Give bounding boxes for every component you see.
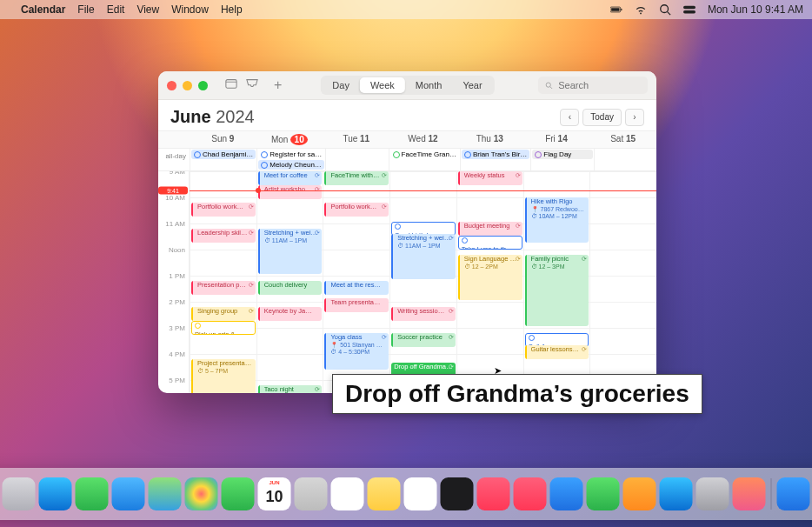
day-header[interactable]: Thu 13 xyxy=(456,131,523,148)
calendar-event[interactable]: Soccer practice⟳ xyxy=(391,333,456,347)
dock-launchpad-icon[interactable] xyxy=(3,477,36,510)
dock-reminders-icon[interactable] xyxy=(331,477,364,510)
prev-week-button[interactable]: ‹ xyxy=(560,109,579,126)
dock-facetime-icon[interactable] xyxy=(222,477,255,510)
allday-cell[interactable]: Chad Benjami… xyxy=(190,149,256,170)
dock-downloads-icon[interactable] xyxy=(777,477,810,510)
day-column[interactable]: Meet for coffee⟳Artist worksho…⟳Stretchi… xyxy=(256,171,323,393)
calendar-event[interactable]: Pick up arts &… xyxy=(191,321,256,335)
battery-icon[interactable] xyxy=(610,3,622,16)
menubar-clock[interactable]: Mon Jun 10 9:41 AM xyxy=(708,3,803,16)
allday-cell[interactable] xyxy=(325,149,388,170)
dock-keynote-icon[interactable] xyxy=(550,477,583,510)
calendar-event[interactable]: Team presenta… xyxy=(324,298,389,312)
calendars-icon[interactable] xyxy=(225,77,237,93)
calendar-event[interactable]: Stretching + weights⏱ 11AM – 1PM⟳ xyxy=(258,229,323,274)
dock-music-icon[interactable] xyxy=(477,477,510,510)
dock-appstore-icon[interactable] xyxy=(660,477,693,510)
calendar-event[interactable]: Meet at the res… xyxy=(324,281,389,295)
day-header[interactable]: Sat 15 xyxy=(589,131,656,148)
day-column[interactable]: Hike with Rigo📍 7867 Redwood…⏱ 10AM – 12… xyxy=(523,171,590,393)
view-month[interactable]: Month xyxy=(405,77,453,93)
allday-event[interactable]: FaceTime Gran… xyxy=(390,150,459,159)
allday-event[interactable]: Melody Cheun… xyxy=(258,160,324,170)
minimize-button[interactable] xyxy=(183,81,192,90)
calendar-event[interactable]: Stretching + weights⏱ 11AM – 1PM⟳ xyxy=(391,234,456,279)
allday-cell[interactable]: Brian Tran's Bir… xyxy=(460,149,530,170)
today-button[interactable]: Today xyxy=(582,109,622,126)
day-column[interactable]: FaceTime with…⟳Portfolio work…⟳Meet at t… xyxy=(323,171,389,393)
allday-cell[interactable] xyxy=(594,149,656,170)
calendar-event[interactable]: Weekly status⟳ xyxy=(458,171,522,185)
calendar-event[interactable]: Family picnic⏱ 12 – 3PM⟳ xyxy=(525,255,589,326)
zoom-button[interactable] xyxy=(198,81,208,90)
calendar-event[interactable]: Singing group⟳ xyxy=(191,307,256,321)
day-column[interactable]: Send birthday…Stretching + weights⏱ 11AM… xyxy=(389,171,456,393)
day-header[interactable]: Wed 12 xyxy=(389,131,456,148)
view-week[interactable]: Week xyxy=(360,77,405,93)
wifi-icon[interactable] xyxy=(635,3,647,16)
calendar-event[interactable]: FaceTime with…⟳ xyxy=(324,171,389,185)
dock-mail-icon[interactable] xyxy=(112,477,145,510)
allday-event[interactable]: Brian Tran's Bir… xyxy=(462,150,529,159)
calendar-event[interactable]: Writing sessio…⟳ xyxy=(391,307,456,321)
dock-maps-icon[interactable] xyxy=(149,477,182,510)
allday-cell[interactable]: Flag Day xyxy=(530,149,593,170)
allday-event[interactable]: Register for sa… xyxy=(258,150,324,159)
menubar-edit[interactable]: Edit xyxy=(107,3,125,16)
spotlight-icon[interactable] xyxy=(659,3,671,16)
dock-pages-icon[interactable] xyxy=(623,477,656,510)
day-column[interactable]: Portfolio work…⟳Leadership skil…⟳Present… xyxy=(190,171,256,393)
dock-messages-icon[interactable] xyxy=(76,477,109,510)
view-day[interactable]: Day xyxy=(322,77,360,93)
view-year[interactable]: Year xyxy=(452,77,492,93)
search-input[interactable] xyxy=(556,79,641,91)
add-event-button[interactable]: + xyxy=(274,77,282,93)
calendar-event[interactable]: Sign Language Club⏱ 12 – 2PM⟳ xyxy=(458,255,522,300)
dock-numbers-icon[interactable] xyxy=(587,477,620,510)
inbox-icon[interactable] xyxy=(246,77,258,93)
menubar-app[interactable]: Calendar xyxy=(21,3,65,16)
calendar-event[interactable]: Take Luna to th… xyxy=(458,236,522,250)
allday-cell[interactable]: Register for sa…Melody Cheun… xyxy=(256,149,325,170)
week-grid[interactable]: 9 AM10 AM11 AMNoon1 PM2 PM3 PM4 PM5 PM6 … xyxy=(158,171,656,393)
next-week-button[interactable]: › xyxy=(625,109,644,126)
calendar-event[interactable]: Project presentations⏱ 5 – 7PM xyxy=(191,359,256,393)
day-header[interactable]: Tue 11 xyxy=(323,131,389,148)
dock-notes-icon[interactable] xyxy=(368,477,401,510)
dock-settings-icon[interactable] xyxy=(696,477,729,510)
menubar-help[interactable]: Help xyxy=(221,3,243,16)
calendar-event[interactable]: Yoga class📍 501 Stanyan St…⏱ 4 – 5:30PM⟳ xyxy=(324,333,389,370)
day-header[interactable]: Fri 14 xyxy=(523,131,590,148)
allday-cell[interactable]: FaceTime Gran… xyxy=(389,149,460,170)
close-button[interactable] xyxy=(167,81,176,90)
dock-contacts-icon[interactable] xyxy=(295,477,328,510)
calendar-event[interactable]: Keynote by Ja… xyxy=(258,307,323,321)
dock-freeform-icon[interactable] xyxy=(404,477,437,510)
menubar-file[interactable]: File xyxy=(77,3,94,16)
control-center-icon[interactable] xyxy=(683,3,696,16)
menubar-window[interactable]: Window xyxy=(171,3,209,16)
dock-safari-icon[interactable] xyxy=(39,477,72,510)
calendar-event[interactable]: Presentation p…⟳ xyxy=(191,281,256,295)
calendar-event[interactable]: Couch delivery xyxy=(258,281,323,295)
day-header[interactable]: Sun 9 xyxy=(190,131,256,148)
dock-calendar-icon[interactable]: JUN10 xyxy=(258,477,291,510)
allday-event[interactable]: Flag Day xyxy=(532,150,592,159)
search-field[interactable] xyxy=(538,77,648,94)
calendar-event[interactable]: Portfolio work…⟳ xyxy=(324,203,389,217)
calendar-event[interactable]: Budget meeting⟳ xyxy=(458,222,522,236)
calendar-event[interactable]: Meet for coffee⟳ xyxy=(258,171,323,185)
day-column[interactable] xyxy=(589,171,656,393)
calendar-event[interactable]: Portfolio work…⟳ xyxy=(191,203,256,217)
dock-tv-icon[interactable] xyxy=(441,477,474,510)
dock-iphone-mirroring-icon[interactable] xyxy=(733,477,766,510)
dock-news-icon[interactable] xyxy=(514,477,547,510)
menubar-view[interactable]: View xyxy=(136,3,159,16)
calendar-event[interactable]: Taco night⟳ xyxy=(258,385,323,393)
calendar-event[interactable]: Artist worksho…⟳ xyxy=(258,185,323,199)
calendar-event[interactable]: Guitar lessons…⟳ xyxy=(525,345,589,359)
day-header[interactable]: Mon 10 xyxy=(256,131,323,148)
day-column[interactable]: Weekly status⟳Budget meeting⟳Take Luna t… xyxy=(456,171,523,393)
dock-photos-icon[interactable] xyxy=(185,477,218,510)
